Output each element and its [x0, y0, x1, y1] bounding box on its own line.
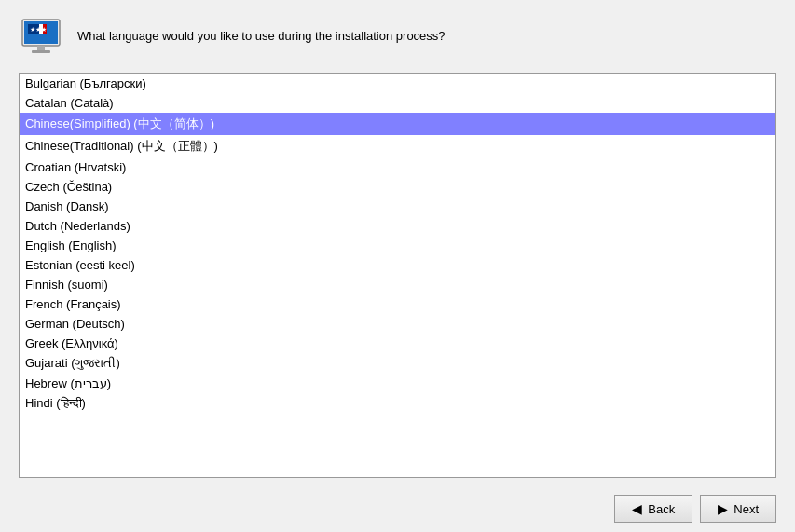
- language-item-german[interactable]: German (Deutsch): [20, 314, 775, 334]
- language-list-wrapper: Bulgarian (Български)Catalan (Català)Chi…: [19, 73, 776, 478]
- language-item-hindi[interactable]: Hindi (हिन्दी): [20, 393, 775, 414]
- language-item-english[interactable]: English (English): [20, 236, 775, 255]
- language-item-finnish[interactable]: Finnish (suomi): [20, 275, 775, 294]
- main-container: ★★★ What language would you like to use …: [0, 0, 795, 532]
- language-item-chinese-simplified[interactable]: Chinese(Simplified) (中文（简体）): [20, 113, 775, 135]
- language-list[interactable]: Bulgarian (Български)Catalan (Català)Chi…: [20, 74, 775, 477]
- back-button[interactable]: ◀ Back: [614, 495, 692, 523]
- language-item-hebrew[interactable]: Hebrew (עברית): [20, 374, 775, 393]
- next-button[interactable]: ▶ Next: [700, 495, 776, 523]
- back-icon: ◀: [632, 501, 642, 516]
- language-item-french[interactable]: French (Français): [20, 294, 775, 314]
- language-item-gujarati[interactable]: Gujarati (ગુજરાતી): [20, 353, 775, 374]
- language-item-croatian[interactable]: Croatian (Hrvatski): [20, 157, 775, 177]
- language-item-czech[interactable]: Czech (Čeština): [20, 177, 775, 197]
- installer-icon: ★★★: [19, 14, 63, 59]
- footer-buttons: ◀ Back ▶ Next: [614, 495, 776, 523]
- language-item-catalan[interactable]: Catalan (Català): [20, 93, 775, 113]
- language-item-chinese-traditional[interactable]: Chinese(Traditional) (中文（正體）): [20, 135, 775, 157]
- header: ★★★ What language would you like to use …: [0, 0, 795, 68]
- next-label: Next: [733, 502, 759, 516]
- language-item-dutch[interactable]: Dutch (Nederlands): [20, 216, 775, 236]
- language-item-danish[interactable]: Danish (Dansk): [20, 197, 775, 216]
- back-label: Back: [648, 502, 675, 516]
- next-icon: ▶: [718, 501, 728, 516]
- svg-rect-7: [32, 50, 50, 53]
- language-item-bulgarian[interactable]: Bulgarian (Български): [20, 74, 775, 93]
- footer: ◀ Back ▶ Next: [0, 487, 795, 532]
- language-item-greek[interactable]: Greek (Ελληνικά): [20, 334, 775, 353]
- svg-rect-6: [37, 46, 45, 50]
- svg-text:★★★: ★★★: [30, 26, 47, 33]
- header-question: What language would you like to use duri…: [77, 27, 445, 46]
- language-item-estonian[interactable]: Estonian (eesti keel): [20, 255, 775, 275]
